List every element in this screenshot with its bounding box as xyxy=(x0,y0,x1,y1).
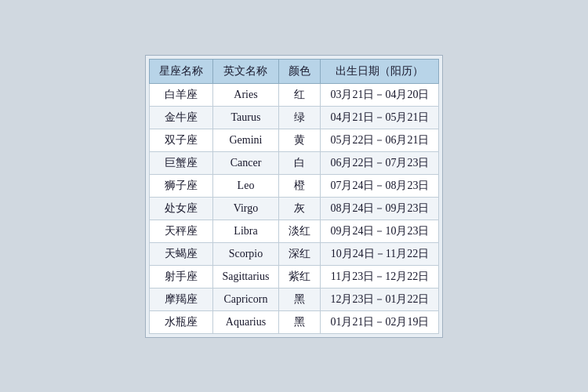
table-row: 水瓶座Aquarius黑01月21日－02月19日 xyxy=(149,310,439,333)
table-row: 狮子座Leo橙07月24日－08月23日 xyxy=(149,174,439,197)
header-english-name: 英文名称 xyxy=(212,59,279,83)
cell-english-name: Virgo xyxy=(212,197,279,220)
cell-dates: 07月24日－08月23日 xyxy=(321,174,439,197)
table-row: 天秤座Libra淡红09月24日－10月23日 xyxy=(149,220,439,242)
cell-chinese-name: 金牛座 xyxy=(149,106,212,129)
cell-color: 紫红 xyxy=(279,265,321,288)
cell-chinese-name: 摩羯座 xyxy=(149,288,212,310)
cell-color: 红 xyxy=(279,83,321,106)
zodiac-table-container: 星座名称 英文名称 颜色 出生日期（阳历） 白羊座Aries红03月21日－04… xyxy=(145,55,444,338)
cell-color: 橙 xyxy=(279,174,321,197)
table-row: 摩羯座Capricorn黑12月23日－01月22日 xyxy=(149,288,439,310)
cell-color: 黑 xyxy=(279,310,321,333)
header-chinese-name: 星座名称 xyxy=(149,59,212,83)
cell-color: 黄 xyxy=(279,129,321,151)
cell-color: 深红 xyxy=(279,242,321,265)
table-row: 射手座Sagittarius紫红11月23日－12月22日 xyxy=(149,265,439,288)
cell-dates: 01月21日－02月19日 xyxy=(321,310,439,333)
table-row: 金牛座Taurus绿04月21日－05月21日 xyxy=(149,106,439,129)
cell-chinese-name: 双子座 xyxy=(149,129,212,151)
table-row: 天蝎座Scorpio深红10月24日－11月22日 xyxy=(149,242,439,265)
cell-english-name: Gemini xyxy=(212,129,279,151)
table-row: 白羊座Aries红03月21日－04月20日 xyxy=(149,83,439,106)
cell-english-name: Sagittarius xyxy=(212,265,279,288)
cell-english-name: Libra xyxy=(212,220,279,242)
table-row: 双子座Gemini黄05月22日－06月21日 xyxy=(149,129,439,151)
cell-color: 黑 xyxy=(279,288,321,310)
cell-english-name: Aquarius xyxy=(212,310,279,333)
cell-chinese-name: 处女座 xyxy=(149,197,212,220)
cell-chinese-name: 天秤座 xyxy=(149,220,212,242)
cell-color: 灰 xyxy=(279,197,321,220)
cell-chinese-name: 天蝎座 xyxy=(149,242,212,265)
cell-chinese-name: 白羊座 xyxy=(149,83,212,106)
header-dates: 出生日期（阳历） xyxy=(321,59,439,83)
cell-english-name: Scorpio xyxy=(212,242,279,265)
cell-chinese-name: 射手座 xyxy=(149,265,212,288)
cell-dates: 06月22日－07月23日 xyxy=(321,151,439,174)
table-header-row: 星座名称 英文名称 颜色 出生日期（阳历） xyxy=(149,59,439,83)
header-color: 颜色 xyxy=(279,59,321,83)
cell-dates: 03月21日－04月20日 xyxy=(321,83,439,106)
cell-color: 绿 xyxy=(279,106,321,129)
cell-dates: 11月23日－12月22日 xyxy=(321,265,439,288)
cell-dates: 09月24日－10月23日 xyxy=(321,220,439,242)
cell-chinese-name: 水瓶座 xyxy=(149,310,212,333)
cell-english-name: Cancer xyxy=(212,151,279,174)
cell-dates: 10月24日－11月22日 xyxy=(321,242,439,265)
cell-english-name: Capricorn xyxy=(212,288,279,310)
cell-color: 白 xyxy=(279,151,321,174)
cell-english-name: Taurus xyxy=(212,106,279,129)
cell-dates: 12月23日－01月22日 xyxy=(321,288,439,310)
cell-dates: 04月21日－05月21日 xyxy=(321,106,439,129)
zodiac-table: 星座名称 英文名称 颜色 出生日期（阳历） 白羊座Aries红03月21日－04… xyxy=(149,59,440,334)
cell-english-name: Aries xyxy=(212,83,279,106)
cell-chinese-name: 巨蟹座 xyxy=(149,151,212,174)
cell-chinese-name: 狮子座 xyxy=(149,174,212,197)
table-body: 白羊座Aries红03月21日－04月20日金牛座Taurus绿04月21日－0… xyxy=(149,83,439,333)
table-row: 处女座Virgo灰08月24日－09月23日 xyxy=(149,197,439,220)
table-row: 巨蟹座Cancer白06月22日－07月23日 xyxy=(149,151,439,174)
cell-dates: 08月24日－09月23日 xyxy=(321,197,439,220)
cell-english-name: Leo xyxy=(212,174,279,197)
cell-color: 淡红 xyxy=(279,220,321,242)
cell-dates: 05月22日－06月21日 xyxy=(321,129,439,151)
